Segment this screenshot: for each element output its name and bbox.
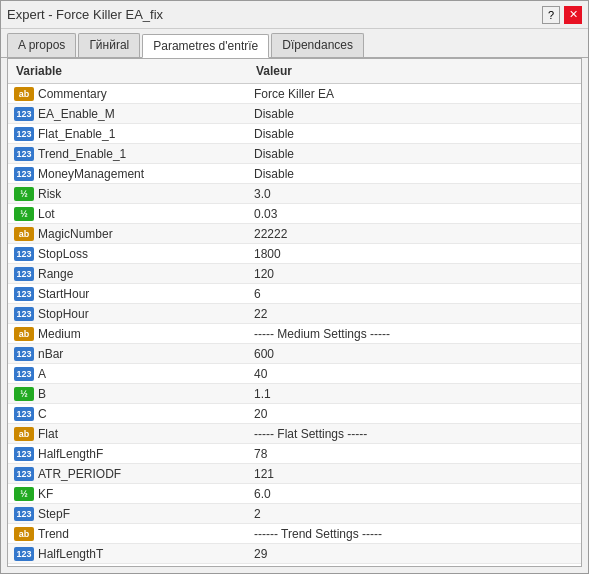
tab-apropos[interactable]: A propos bbox=[7, 33, 76, 57]
value-cell: 29 bbox=[248, 544, 581, 563]
type-badge: 123 bbox=[14, 347, 34, 361]
type-badge: 123 bbox=[14, 547, 34, 561]
variable-name: Trend bbox=[38, 527, 69, 541]
variable-value: 22222 bbox=[254, 227, 287, 241]
variable-cell: ab Trend bbox=[8, 524, 248, 543]
variable-cell: ab Medium bbox=[8, 324, 248, 343]
value-cell: 6 bbox=[248, 284, 581, 303]
table-row[interactable]: 123 Range 120 bbox=[8, 264, 581, 284]
variable-value: 121 bbox=[254, 467, 274, 481]
value-cell: 20 bbox=[248, 404, 581, 423]
variable-name: HalfLengthF bbox=[38, 447, 103, 461]
variable-cell: 123 A bbox=[8, 364, 248, 383]
variable-cell: ab MagicNumber bbox=[8, 224, 248, 243]
title-bar: Expert - Force Killer EA_fix ? ✕ bbox=[1, 1, 588, 29]
variable-value: Disable bbox=[254, 147, 294, 161]
value-cell: 2 bbox=[248, 504, 581, 523]
type-badge: 123 bbox=[14, 307, 34, 321]
type-badge: 123 bbox=[14, 107, 34, 121]
table-row[interactable]: ab Trend ------ Trend Settings ----- bbox=[8, 524, 581, 544]
value-cell: Disable bbox=[248, 164, 581, 183]
variable-name: StepF bbox=[38, 507, 70, 521]
variable-name: KF bbox=[38, 487, 53, 501]
variable-value: ------ Trend Settings ----- bbox=[254, 527, 382, 541]
type-badge: 123 bbox=[14, 167, 34, 181]
tab-general[interactable]: Гйнйral bbox=[78, 33, 140, 57]
type-badge: ½ bbox=[14, 207, 34, 221]
table-row[interactable]: 123 StepF 2 bbox=[8, 504, 581, 524]
variable-name: B bbox=[38, 387, 46, 401]
table-row[interactable]: 123 Trend_Enable_1 Disable bbox=[8, 144, 581, 164]
value-cell: 78 bbox=[248, 444, 581, 463]
value-cell: Disable bbox=[248, 104, 581, 123]
table-row[interactable]: 123 HalfLengthF 78 bbox=[8, 444, 581, 464]
table-row[interactable]: ab Flat ----- Flat Settings ----- bbox=[8, 424, 581, 444]
tab-dependances[interactable]: Dïpendances bbox=[271, 33, 364, 57]
table-header: Variable Valeur bbox=[8, 59, 581, 84]
variable-cell: ab Flat bbox=[8, 424, 248, 443]
table-row[interactable]: 123 Flat_Enable_1 Disable bbox=[8, 124, 581, 144]
variable-value: 78 bbox=[254, 447, 267, 461]
variable-value: ----- Medium Settings ----- bbox=[254, 327, 390, 341]
variable-value: 6 bbox=[254, 287, 261, 301]
type-badge: 123 bbox=[14, 127, 34, 141]
variable-cell: 123 MoneyManagement bbox=[8, 164, 248, 183]
col-variable-header: Variable bbox=[16, 64, 256, 78]
type-badge: 123 bbox=[14, 467, 34, 481]
table-row[interactable]: ab Commentary Force Killer EA bbox=[8, 84, 581, 104]
type-badge: 123 bbox=[14, 407, 34, 421]
table-row[interactable]: ½ Lot 0.03 bbox=[8, 204, 581, 224]
variable-cell: 123 StopHour bbox=[8, 304, 248, 323]
table-body[interactable]: ab Commentary Force Killer EA 123 EA_Ena… bbox=[8, 84, 581, 566]
value-cell: 0.03 bbox=[248, 204, 581, 223]
value-cell: 1.1 bbox=[248, 384, 581, 403]
table-row[interactable]: 123 StopLoss 1800 bbox=[8, 244, 581, 264]
variable-value: 20 bbox=[254, 407, 267, 421]
value-cell: ----- Flat Settings ----- bbox=[248, 424, 581, 443]
table-row[interactable]: 123 A 40 bbox=[8, 364, 581, 384]
value-cell: 121 bbox=[248, 464, 581, 483]
table-row[interactable]: 123 HalfLengthT 29 bbox=[8, 544, 581, 564]
table-row[interactable]: 123 StopHour 22 bbox=[8, 304, 581, 324]
variable-cell: ½ Lot bbox=[8, 204, 248, 223]
type-badge: ab bbox=[14, 427, 34, 441]
table-row[interactable]: ab MagicNumber 22222 bbox=[8, 224, 581, 244]
value-cell: 120 bbox=[248, 264, 581, 283]
table-row[interactable]: 123 StartHour 6 bbox=[8, 284, 581, 304]
value-cell: 6.0 bbox=[248, 484, 581, 503]
variable-cell: 123 HalfLengthF bbox=[8, 444, 248, 463]
value-cell: Disable bbox=[248, 144, 581, 163]
table-row[interactable]: 123 ATR_PERIODF 121 bbox=[8, 464, 581, 484]
type-badge: ½ bbox=[14, 187, 34, 201]
variable-cell: 123 StepF bbox=[8, 504, 248, 523]
type-badge: ½ bbox=[14, 387, 34, 401]
value-cell: 22 bbox=[248, 304, 581, 323]
value-cell: 40 bbox=[248, 364, 581, 383]
type-badge: ab bbox=[14, 227, 34, 241]
variable-value: 29 bbox=[254, 547, 267, 561]
table-row[interactable]: ½ Risk 3.0 bbox=[8, 184, 581, 204]
close-button[interactable]: ✕ bbox=[564, 6, 582, 24]
tab-bar: A propos Гйнйral Parametres d'entrïe Dïp… bbox=[1, 29, 588, 58]
variable-value: 22 bbox=[254, 307, 267, 321]
variable-name: C bbox=[38, 407, 47, 421]
tab-params[interactable]: Parametres d'entrïe bbox=[142, 34, 269, 58]
variable-cell: 123 HalfLengthT bbox=[8, 544, 248, 563]
variable-cell: ½ KF bbox=[8, 484, 248, 503]
variable-name: ATR_PERIODF bbox=[38, 467, 121, 481]
table-row[interactable]: ½ KF 6.0 bbox=[8, 484, 581, 504]
table-row[interactable]: ½ B 1.1 bbox=[8, 384, 581, 404]
variable-value: 6.0 bbox=[254, 487, 271, 501]
table-row[interactable]: 123 nBar 600 bbox=[8, 344, 581, 364]
variable-cell: 123 EA_Enable_M bbox=[8, 104, 248, 123]
type-badge: 123 bbox=[14, 247, 34, 261]
table-row[interactable]: ab Medium ----- Medium Settings ----- bbox=[8, 324, 581, 344]
variable-cell: ab Commentary bbox=[8, 84, 248, 103]
table-row[interactable]: 123 C 20 bbox=[8, 404, 581, 424]
table-row[interactable]: 123 MoneyManagement Disable bbox=[8, 164, 581, 184]
variable-cell: ½ B bbox=[8, 384, 248, 403]
help-button[interactable]: ? bbox=[542, 6, 560, 24]
type-badge: 123 bbox=[14, 287, 34, 301]
table-row[interactable]: 123 EA_Enable_M Disable bbox=[8, 104, 581, 124]
variable-name: EA_Enable_M bbox=[38, 107, 115, 121]
